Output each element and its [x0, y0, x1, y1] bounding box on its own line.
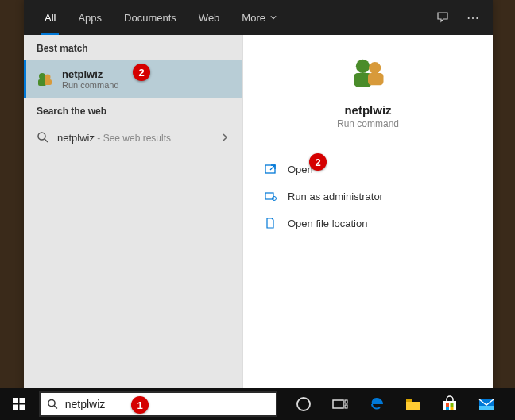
- best-match-header: Best match: [24, 35, 242, 60]
- search-panel: All Apps Documents Web More ⋯ Best match…: [24, 0, 493, 395]
- svg-rect-25: [443, 401, 456, 410]
- taskbar: 1: [0, 388, 515, 420]
- svg-line-11: [270, 165, 275, 170]
- svg-rect-17: [20, 405, 25, 410]
- svg-rect-22: [345, 400, 347, 403]
- svg-rect-16: [13, 405, 18, 410]
- more-options-icon[interactable]: ⋯: [459, 4, 486, 31]
- store-icon: [441, 395, 459, 413]
- tab-web[interactable]: Web: [188, 0, 231, 35]
- taskbar-search-box[interactable]: 1: [39, 391, 277, 417]
- svg-point-13: [273, 197, 277, 201]
- action-open-location[interactable]: Open file location: [259, 210, 477, 237]
- annotation-badge-1: 1: [131, 396, 149, 414]
- svg-rect-26: [446, 403, 449, 407]
- feedback-icon[interactable]: [429, 4, 456, 31]
- search-web-header: Search the web: [24, 98, 242, 123]
- search-icon: [47, 398, 59, 410]
- chevron-right-icon: [220, 133, 230, 142]
- svg-point-18: [48, 399, 55, 406]
- taskbar-edge[interactable]: [358, 388, 395, 420]
- svg-point-0: [39, 73, 45, 79]
- action-run-admin-label: Run as administrator: [288, 191, 383, 202]
- users-icon: [347, 52, 389, 94]
- svg-point-6: [356, 60, 370, 73]
- svg-point-20: [297, 398, 310, 410]
- cortana-icon: [295, 395, 312, 413]
- svg-rect-28: [446, 407, 449, 410]
- task-view-icon: [331, 395, 349, 413]
- annotation-badge-2a: 2: [133, 64, 150, 81]
- detail-subtitle: Run command: [337, 118, 399, 129]
- svg-rect-23: [345, 405, 347, 408]
- taskbar-mail[interactable]: [468, 388, 505, 420]
- action-run-admin[interactable]: Run as administrator: [259, 183, 477, 210]
- windows-icon: [13, 398, 25, 410]
- result-subtitle: Run command: [62, 80, 231, 90]
- svg-rect-21: [333, 400, 343, 408]
- results-column: Best match netplwiz Run command 2 Search…: [24, 35, 242, 395]
- svg-rect-9: [368, 73, 384, 85]
- tab-documents[interactable]: Documents: [113, 0, 188, 35]
- taskbar-file-explorer[interactable]: [395, 388, 432, 420]
- svg-rect-3: [45, 79, 52, 85]
- tab-more[interactable]: More: [230, 0, 288, 35]
- action-open[interactable]: Open 2: [259, 156, 477, 183]
- edge-icon: [368, 395, 385, 413]
- cortana-button[interactable]: [285, 388, 322, 420]
- mail-icon: [478, 395, 495, 413]
- svg-point-8: [369, 62, 381, 74]
- svg-line-5: [45, 139, 48, 142]
- chevron-down-icon: [270, 14, 277, 21]
- svg-point-2: [45, 74, 51, 79]
- svg-line-19: [54, 406, 57, 409]
- svg-rect-15: [20, 398, 25, 403]
- svg-rect-14: [13, 398, 18, 403]
- annotation-badge-2b: 2: [309, 153, 327, 171]
- tab-all[interactable]: All: [33, 0, 67, 35]
- file-location-icon: [264, 217, 277, 229]
- svg-rect-24: [406, 399, 412, 402]
- tab-apps[interactable]: Apps: [67, 0, 113, 35]
- svg-rect-29: [451, 407, 454, 410]
- detail-title: netplwiz: [344, 103, 391, 117]
- web-query: netplwiz: [57, 132, 95, 144]
- admin-icon: [264, 190, 277, 202]
- task-view-button[interactable]: [322, 388, 358, 420]
- svg-rect-27: [451, 403, 454, 407]
- svg-rect-31: [479, 406, 494, 410]
- taskbar-store[interactable]: [432, 388, 468, 420]
- start-button[interactable]: [0, 388, 38, 420]
- folder-icon: [405, 395, 422, 413]
- search-icon: [37, 131, 49, 144]
- tabs-bar: All Apps Documents Web More ⋯: [24, 0, 493, 35]
- web-result[interactable]: netplwiz - See web results: [24, 123, 242, 152]
- search-input[interactable]: [65, 398, 269, 410]
- detail-column: netplwiz Run command Open 2 Run as admin…: [242, 35, 493, 395]
- open-icon: [264, 163, 277, 175]
- action-open-location-label: Open file location: [288, 218, 367, 229]
- users-icon: [35, 70, 54, 89]
- web-suffix: - See web results: [95, 133, 171, 144]
- best-match-result[interactable]: netplwiz Run command 2: [24, 60, 242, 98]
- svg-point-4: [38, 133, 45, 140]
